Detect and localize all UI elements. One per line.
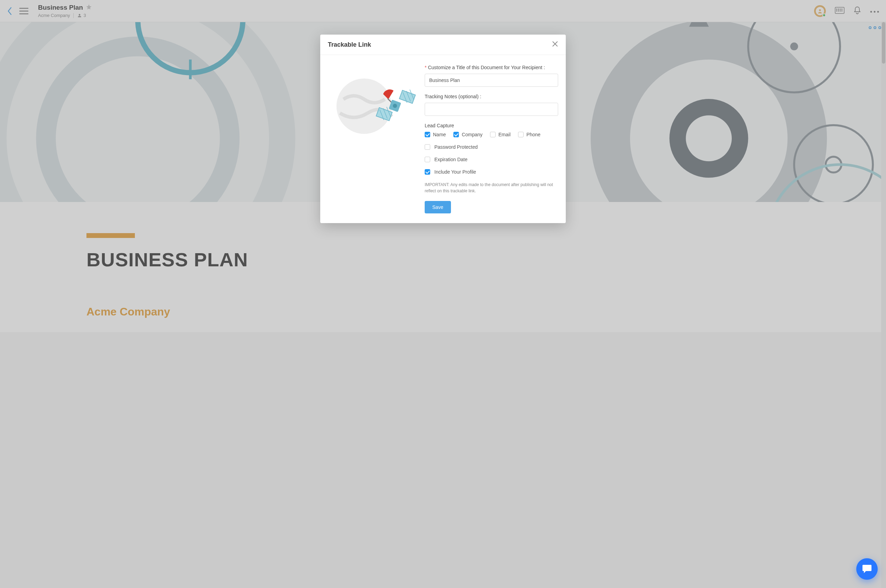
important-note: IMPORTANT: Any edits made to the documen…	[425, 182, 558, 194]
title-field-label: *Customize a Title of this Document for …	[425, 64, 558, 70]
checkbox-password[interactable]	[425, 144, 430, 150]
save-button[interactable]: Save	[425, 201, 451, 213]
chat-button[interactable]	[856, 558, 878, 580]
checkbox-email-label: Email	[498, 132, 510, 137]
modal-illustration	[328, 64, 418, 213]
svg-rect-44	[399, 90, 415, 104]
notes-field-label: Tracking Notes (optional) :	[425, 94, 558, 99]
title-input[interactable]	[425, 74, 558, 87]
checkbox-company[interactable]	[453, 132, 459, 137]
checkbox-phone-label: Phone	[526, 132, 540, 137]
trackable-link-modal: Trackable Link	[320, 34, 566, 223]
checkbox-include-profile[interactable]	[425, 169, 430, 175]
checkbox-expiration[interactable]	[425, 157, 430, 162]
password-label: Password Protected	[434, 144, 478, 150]
lead-capture-label: Lead Capture	[425, 123, 558, 128]
include-profile-label: Include Your Profile	[434, 169, 476, 175]
expiration-label: Expiration Date	[434, 157, 468, 162]
svg-point-43	[393, 104, 397, 108]
checkbox-email[interactable]	[490, 132, 496, 137]
modal-title: Trackable Link	[328, 41, 371, 48]
checkbox-name[interactable]	[425, 132, 430, 137]
checkbox-company-label: Company	[462, 132, 483, 137]
checkbox-name-label: Name	[433, 132, 446, 137]
lead-capture-options: Name Company Email Phone	[425, 132, 558, 137]
close-button[interactable]	[552, 41, 558, 48]
checkbox-phone[interactable]	[518, 132, 523, 137]
modal-overlay: Trackable Link	[0, 0, 886, 588]
notes-input[interactable]	[425, 103, 558, 116]
svg-point-40	[336, 78, 392, 134]
